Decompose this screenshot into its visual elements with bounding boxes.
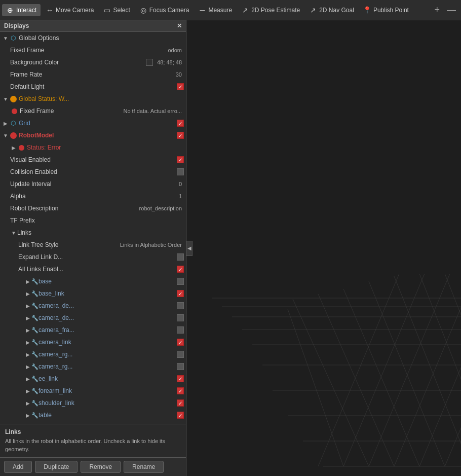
collapse-panel-button[interactable]: ◀ <box>186 241 193 256</box>
links-section-arrow[interactable]: ▼ <box>10 230 17 236</box>
link-item-arrow[interactable]: ▶ <box>24 315 31 321</box>
link-item-checkbox[interactable]: ✓ <box>177 387 184 394</box>
link-item[interactable]: ▶ 🔧 camera_link ✓ <box>0 336 186 348</box>
global-options-arrow[interactable]: ▼ <box>2 35 9 41</box>
displays-close-button[interactable]: ✕ <box>177 22 182 29</box>
2d-nav-button[interactable]: ↗ 2D Nav Goal <box>305 4 358 16</box>
update-interval-label: Update Interval <box>10 180 177 188</box>
link-item-checkbox[interactable] <box>177 314 184 321</box>
add-button[interactable]: Add <box>4 461 32 473</box>
global-status-item[interactable]: ▼ Global Status: W... <box>0 93 186 105</box>
move-camera-button[interactable]: ↔ Move Camera <box>42 4 98 16</box>
toolbar: ⊕ Interact ↔ Move Camera ▭ Select ◎ Focu… <box>0 0 461 20</box>
publish-point-button[interactable]: 📍 Publish Point <box>359 4 413 16</box>
link-item[interactable]: ▶ 🔧 camera_rg... <box>0 348 186 360</box>
alpha-value: 1 <box>179 193 184 199</box>
robot-description-item[interactable]: Robot Description robot_description <box>0 202 186 214</box>
all-links-item[interactable]: All Links Enabl... ✓ <box>0 263 186 275</box>
tree-area[interactable]: ▼ ⬡ Global Options Fixed Frame odom Back… <box>0 32 186 424</box>
robot-model-item[interactable]: ▼ RobotModel ✓ <box>0 129 186 141</box>
background-color-item[interactable]: Background Color 48; 48; 48 <box>0 56 186 68</box>
link-item-arrow[interactable]: ▶ <box>24 388 31 394</box>
collision-enabled-checkbox[interactable] <box>177 168 184 175</box>
link-item-checkbox[interactable] <box>177 278 184 285</box>
link-item[interactable]: ▶ 🔧 camera_fra... <box>0 324 186 336</box>
2d-pose-button[interactable]: ↗ 2D Pose Estimate <box>237 4 304 16</box>
robot-model-arrow[interactable]: ▼ <box>2 133 9 138</box>
link-tree-style-item[interactable]: Link Tree Style Links in Alphabetic Orde… <box>0 239 186 251</box>
grid-checkbox[interactable]: ✓ <box>177 120 184 127</box>
link-tree-style-value: Links in Alphabetic Order <box>120 242 184 248</box>
remove-button[interactable]: Remove <box>81 461 121 473</box>
default-light-checkbox[interactable]: ✓ <box>177 83 184 90</box>
expand-link-item[interactable]: Expand Link D... <box>0 251 186 263</box>
visual-enabled-item[interactable]: Visual Enabled ✓ <box>0 154 186 166</box>
global-options-item[interactable]: ▼ ⬡ Global Options <box>0 32 186 44</box>
link-item[interactable]: ▶ 🔧 base <box>0 275 186 287</box>
links-section-item[interactable]: ▼ Links <box>0 227 186 239</box>
focus-camera-button[interactable]: ◎ Focus Camera <box>135 4 194 16</box>
link-item-checkbox[interactable] <box>177 326 184 334</box>
link-item-arrow[interactable]: ▶ <box>24 340 31 345</box>
tf-prefix-item[interactable]: TF Prefix <box>0 214 186 227</box>
visual-enabled-checkbox[interactable]: ✓ <box>177 156 184 163</box>
all-links-checkbox[interactable]: ✓ <box>177 266 184 273</box>
global-fixed-frame-item[interactable]: Fixed Frame odom <box>0 44 186 56</box>
robot-model-checkbox[interactable]: ✓ <box>177 132 184 139</box>
expand-link-checkbox[interactable] <box>177 253 184 261</box>
link-item-checkbox[interactable] <box>177 351 184 358</box>
link-item[interactable]: ▶ 🔧 camera_rg... <box>0 360 186 373</box>
link-item[interactable]: ▶ 🔧 forearm_link ✓ <box>0 385 186 397</box>
default-light-item[interactable]: Default Light ✓ <box>0 81 186 93</box>
update-interval-item[interactable]: Update Interval 0 <box>0 178 186 190</box>
status-error-arrow[interactable]: ▶ <box>10 145 17 151</box>
link-item-checkbox[interactable]: ✓ <box>177 412 184 419</box>
link-item-arrow[interactable]: ▶ <box>24 400 31 406</box>
status-fixed-frame-item[interactable]: Fixed Frame No tf data. Actual erro... <box>0 105 186 117</box>
link-item-checkbox[interactable]: ✓ <box>177 399 184 407</box>
status-error-icon <box>17 143 25 152</box>
select-button[interactable]: ▭ Select <box>99 4 134 16</box>
link-item-label: ee_link <box>39 375 108 382</box>
link-item-checkbox[interactable]: ✓ <box>177 290 184 297</box>
link-item[interactable]: ▶ 🔧 ee_link ✓ <box>0 373 186 385</box>
status-error-item[interactable]: ▶ Status: Error <box>0 141 186 154</box>
frame-rate-label: Frame Rate <box>10 71 174 78</box>
link-item-icon: 🔧 <box>31 399 39 407</box>
collision-enabled-item[interactable]: Collision Enabled <box>0 166 186 178</box>
global-status-arrow[interactable]: ▼ <box>2 96 9 102</box>
link-item-arrow[interactable]: ▶ <box>24 303 31 309</box>
focus-camera-label: Focus Camera <box>149 7 189 14</box>
link-item-label: base_link <box>39 290 108 297</box>
link-item-checkbox[interactable]: ✓ <box>177 375 184 382</box>
measure-button[interactable]: ─ Measure <box>194 4 236 16</box>
link-item[interactable]: ▶ 🔧 camera_de... <box>0 300 186 312</box>
link-item-checkbox[interactable] <box>177 363 184 370</box>
duplicate-button[interactable]: Duplicate <box>35 461 78 473</box>
link-item-arrow[interactable]: ▶ <box>24 352 31 357</box>
link-item-checkbox[interactable]: ✓ <box>177 339 184 346</box>
3d-viewport[interactable]: ◀ <box>186 20 461 476</box>
grid-item[interactable]: ▶ ⬡ Grid ✓ <box>0 117 186 129</box>
link-item[interactable]: ▶ 🔧 table ✓ <box>0 409 186 421</box>
link-item-arrow[interactable]: ▶ <box>24 413 31 418</box>
link-item-arrow[interactable]: ▶ <box>24 291 31 297</box>
link-item-checkbox[interactable] <box>177 302 184 309</box>
link-item[interactable]: ▶ 🔧 base_link ✓ <box>0 287 186 300</box>
rename-button[interactable]: Rename <box>124 461 164 473</box>
link-item-arrow[interactable]: ▶ <box>24 279 31 284</box>
link-item-arrow[interactable]: ▶ <box>24 327 31 333</box>
grid-arrow[interactable]: ▶ <box>2 121 9 126</box>
move-camera-label: Move Camera <box>56 7 94 14</box>
interact-button[interactable]: ⊕ Interact <box>2 4 41 16</box>
frame-rate-item[interactable]: Frame Rate 30 <box>0 68 186 81</box>
link-item-arrow[interactable]: ▶ <box>24 376 31 382</box>
alpha-item[interactable]: Alpha 1 <box>0 190 186 202</box>
background-color-swatch[interactable] <box>146 59 153 66</box>
link-item[interactable]: ▶ 🔧 shoulder_link ✓ <box>0 397 186 409</box>
link-item[interactable]: ▶ 🔧 camera_de... <box>0 312 186 324</box>
remove-panel-button[interactable]: — <box>444 5 459 15</box>
add-panel-button[interactable]: + <box>431 5 443 15</box>
status-fixed-frame-label: Fixed Frame <box>20 107 121 115</box>
link-item-arrow[interactable]: ▶ <box>24 364 31 370</box>
